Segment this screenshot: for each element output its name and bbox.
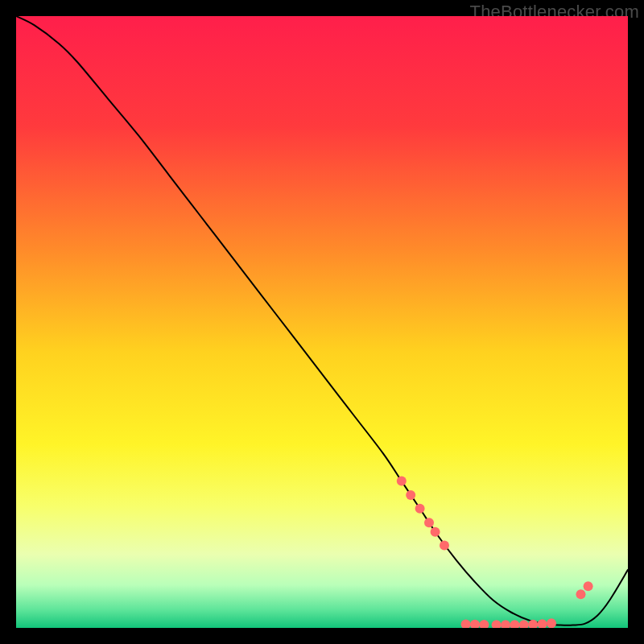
marker-dot	[431, 527, 440, 537]
marker-dot	[397, 477, 407, 486]
plot-area	[16, 16, 628, 628]
marker-dot	[576, 589, 585, 599]
marker-dot	[424, 518, 434, 527]
marker-dot	[584, 581, 593, 591]
marker-dot	[440, 540, 449, 550]
marker-dot	[547, 618, 556, 628]
marker-dot	[415, 504, 425, 514]
gradient-background	[16, 16, 628, 628]
marker-dot	[406, 490, 415, 500]
chart-stage: TheBottlenecker.com	[0, 0, 644, 644]
chart-svg	[16, 16, 628, 628]
